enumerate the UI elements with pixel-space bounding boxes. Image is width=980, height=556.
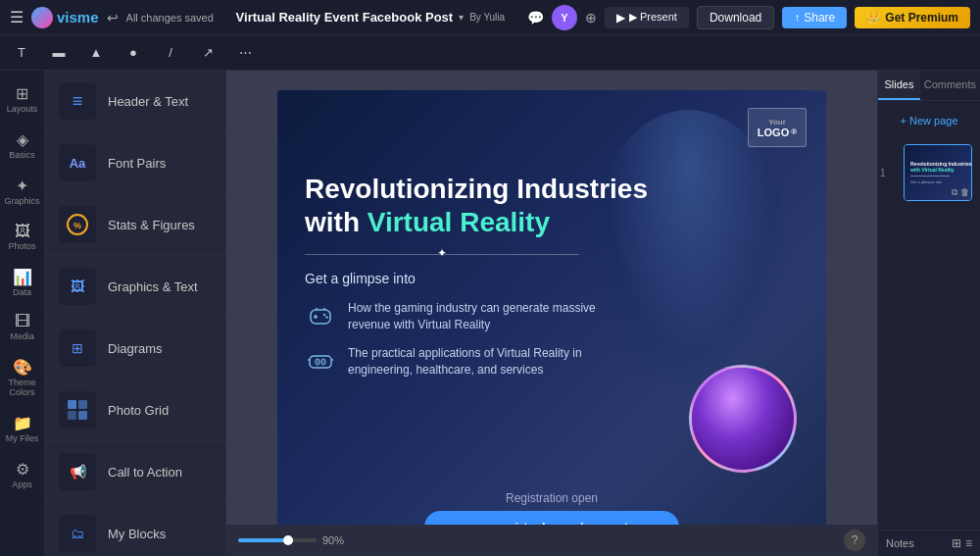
layouts-icon: ⊞	[16, 84, 28, 103]
slide-bullet-2-text: The practical applications of Virtual Re…	[348, 345, 638, 379]
graphics-icon: ✦	[16, 177, 28, 195]
panel-item-font-pairs[interactable]: Aa Font Pairs	[45, 132, 225, 194]
panel-item-header-text[interactable]: ≡ Header & Text	[45, 71, 225, 132]
panel-item-graphics-text[interactable]: 🖼 Graphics & Text	[45, 256, 225, 318]
call-to-action-label: Call to Action	[108, 465, 182, 480]
text-tool-button[interactable]: T	[8, 39, 35, 67]
stats-figures-label: Stats & Figures	[108, 218, 195, 232]
panel-item-my-blocks[interactable]: 🗂 My Blocks	[45, 503, 225, 556]
zoom-slider-fill	[238, 538, 285, 542]
rect-tool-button[interactable]: ▬	[45, 39, 73, 67]
slide-action-copy[interactable]: ⧉	[952, 187, 957, 198]
sidebar-item-media[interactable]: 🎞 Media	[3, 307, 42, 348]
sidebar-item-graphics[interactable]: ✦ Graphics	[3, 171, 42, 213]
gamepad-icon	[305, 300, 336, 331]
slide-canvas[interactable]: Your LOGO ® Revolutionizing Industries w…	[277, 90, 826, 556]
panel-item-photo-grid[interactable]: Photo Grid	[45, 379, 225, 441]
svg-point-10	[325, 316, 327, 318]
svg-rect-4	[68, 411, 76, 420]
arrow-tool-button[interactable]: ↗	[194, 39, 221, 67]
panel-item-call-to-action[interactable]: 📢 Call to Action	[45, 441, 225, 503]
zoom-slider[interactable]	[238, 538, 317, 542]
left-panel: ≡ Header & Text Aa Font Pairs % Stats & …	[45, 71, 226, 556]
doc-subtitle: By Yulia	[469, 12, 505, 23]
slide-number: 1	[880, 168, 886, 178]
crown-icon: 👑	[866, 11, 881, 25]
logo-icon	[31, 7, 53, 28]
logo: visme	[31, 7, 99, 28]
undo-button[interactable]: ↩	[107, 10, 119, 25]
stats-figures-icon: %	[59, 206, 96, 243]
zoom-slider-handle[interactable]	[283, 535, 293, 545]
help-button[interactable]: ?	[844, 530, 865, 551]
header-text-label: Header & Text	[108, 94, 188, 109]
save-status: All changes saved	[126, 12, 214, 24]
sidebar-item-data[interactable]: 📊 Data	[3, 262, 42, 304]
svg-rect-3	[78, 400, 87, 409]
right-panel-tabs: Slides Comments	[878, 71, 980, 101]
slide-circle-image	[689, 365, 797, 473]
photos-label: Photos	[8, 242, 35, 252]
share-button[interactable]: ↑ Share	[782, 7, 847, 28]
triangle-tool-button[interactable]: ▲	[82, 39, 110, 67]
avatar[interactable]: Y	[552, 5, 577, 30]
share-icon: ↑	[794, 11, 800, 25]
my-files-icon: 📁	[13, 414, 32, 432]
tab-slides[interactable]: Slides	[878, 71, 920, 100]
sidebar-item-photos[interactable]: 🖼 Photos	[3, 217, 42, 258]
notes-button[interactable]: Notes	[886, 537, 914, 549]
collab-icon[interactable]: ⊕	[585, 10, 597, 25]
grid-view-button[interactable]: ⊞	[952, 536, 961, 550]
new-page-button[interactable]: + New page	[886, 109, 972, 132]
topbar: ☰ visme ↩ All changes saved Virtual Real…	[0, 0, 980, 35]
circle-tool-button[interactable]: ●	[120, 39, 147, 67]
doc-title[interactable]: Virtual Reality Event Facebook Post	[236, 10, 454, 25]
hamburger-icon[interactable]: ☰	[10, 8, 24, 26]
slide-bullet-1: How the gaming industry can generate mas…	[305, 300, 638, 333]
sidebar-item-apps[interactable]: ⚙ Apps	[3, 454, 42, 496]
sidebar-item-basics[interactable]: ◈ Basics	[3, 125, 42, 167]
slide-action-delete[interactable]: 🗑	[960, 187, 969, 198]
sidebar-item-theme-colors[interactable]: 🎨 Theme Colors	[3, 352, 42, 404]
slide-title-block: Revolutionizing Industries with Virtual …	[305, 173, 799, 238]
svg-text:%: %	[74, 221, 81, 230]
canvas-bottom-bar: 90% ?	[226, 525, 877, 556]
sidebar-item-layouts[interactable]: ⊞ Layouts	[3, 78, 42, 121]
sidebar-item-my-files[interactable]: 📁 My Files	[3, 408, 42, 450]
zoom-control: 90%	[238, 534, 344, 546]
panel-item-diagrams[interactable]: ⊞ Diagrams	[45, 318, 225, 379]
my-blocks-icon: 🗂	[59, 515, 96, 552]
apps-icon: ⚙	[16, 460, 29, 479]
slide-subtitle: Get a glimpse into	[305, 271, 799, 286]
slide-thumbnail-1[interactable]: Revolutionizing Industrieswith Virtual R…	[904, 144, 972, 201]
sidebar-icons: ⊞ Layouts ◈ Basics ✦ Graphics 🖼 Photos 📊…	[0, 71, 45, 556]
my-files-label: My Files	[6, 434, 39, 444]
data-icon: 📊	[13, 268, 32, 286]
download-button[interactable]: Download	[697, 6, 774, 29]
right-panel-bottom-bar: Notes ⊞ ≡	[878, 530, 980, 556]
theme-colors-icon: 🎨	[13, 358, 32, 377]
comment-icon[interactable]: 💬	[527, 10, 544, 25]
vr-headset-icon	[305, 345, 336, 377]
slide-bullets: How the gaming industry can generate mas…	[305, 300, 799, 378]
canvas-area: Your LOGO ® Revolutionizing Industries w…	[226, 71, 877, 556]
slide-registration-text: Registration open	[424, 491, 679, 505]
tab-comments[interactable]: Comments	[920, 71, 980, 100]
graphics-label: Graphics	[5, 197, 40, 207]
line-tool-button[interactable]: /	[157, 39, 184, 67]
more-tools-button[interactable]: ⋯	[231, 39, 259, 67]
get-premium-button[interactable]: 👑 Get Premium	[855, 7, 970, 28]
logo-text: visme	[57, 9, 99, 25]
graphics-text-icon: 🖼	[59, 268, 96, 305]
photo-grid-icon	[59, 391, 96, 429]
slide-bullet-2: The practical applications of Virtual Re…	[305, 345, 638, 379]
svg-rect-14	[316, 359, 319, 365]
theme-colors-label: Theme Colors	[5, 379, 40, 398]
svg-rect-15	[321, 359, 325, 365]
media-icon: 🎞	[15, 313, 30, 330]
present-button[interactable]: ▶ ▶ Present	[605, 7, 689, 28]
slide-thumb-actions: ⧉ 🗑	[952, 187, 969, 198]
doc-title-chevron-icon[interactable]: ▾	[459, 12, 464, 23]
panel-item-stats-figures[interactable]: % Stats & Figures	[45, 194, 225, 256]
list-view-button[interactable]: ≡	[965, 536, 972, 550]
